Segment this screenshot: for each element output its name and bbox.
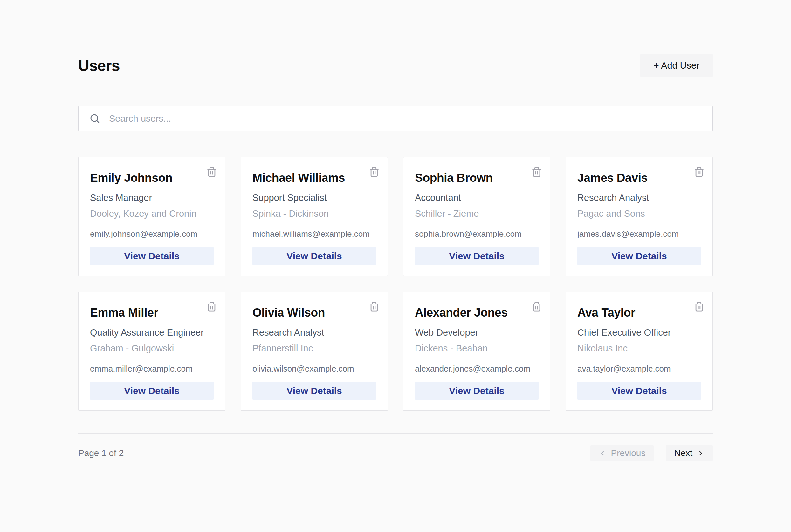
next-page-label: Next (674, 448, 693, 458)
search-input[interactable] (108, 113, 702, 124)
user-email: olivia.wilson@example.com (252, 364, 376, 374)
users-page: Users + Add User Emily Johnson Sales Man… (78, 0, 713, 461)
search-icon (89, 113, 100, 124)
user-name: Michael Williams (252, 171, 376, 185)
user-company: Dooley, Kozey and Cronin (90, 208, 214, 219)
trash-icon (206, 301, 217, 312)
add-user-button[interactable]: + Add User (640, 54, 713, 77)
user-company: Spinka - Dickinson (252, 208, 376, 219)
user-card: Sophia Brown Accountant Schiller - Zieme… (403, 157, 550, 276)
footer-divider (78, 434, 713, 434)
view-details-button[interactable]: View Details (90, 247, 214, 265)
user-role: Research Analyst (252, 327, 376, 338)
previous-page-button[interactable]: Previous (590, 445, 654, 461)
delete-user-button[interactable] (692, 165, 706, 179)
delete-user-button[interactable] (367, 300, 381, 314)
user-name: Ava Taylor (577, 306, 701, 319)
trash-icon (531, 301, 542, 312)
page-indicator: Page 1 of 2 (78, 448, 124, 458)
page-title: Users (78, 57, 120, 74)
user-email: emma.miller@example.com (90, 364, 214, 374)
delete-user-button[interactable] (367, 165, 381, 179)
user-card: Michael Williams Support Specialist Spin… (241, 157, 388, 276)
next-page-button[interactable]: Next (666, 445, 713, 461)
view-details-button[interactable]: View Details (252, 247, 376, 265)
user-email: ava.taylor@example.com (577, 364, 701, 374)
chevron-right-icon (697, 449, 704, 457)
delete-user-button[interactable] (205, 300, 219, 314)
delete-user-button[interactable] (530, 165, 544, 179)
user-email: sophia.brown@example.com (415, 229, 539, 239)
delete-user-button[interactable] (205, 165, 219, 179)
user-name: Emily Johnson (90, 171, 214, 185)
trash-icon (694, 301, 704, 312)
user-company: Pfannerstill Inc (252, 343, 376, 354)
trash-icon (694, 167, 704, 177)
user-card: Alexander Jones Web Developer Dickens - … (403, 292, 550, 411)
user-email: james.davis@example.com (577, 229, 701, 239)
user-role: Research Analyst (577, 192, 701, 203)
user-card-grid: Emily Johnson Sales Manager Dooley, Koze… (78, 157, 713, 411)
delete-user-button[interactable] (692, 300, 706, 314)
user-name: Alexander Jones (415, 306, 539, 319)
user-email: michael.williams@example.com (252, 229, 376, 239)
user-company: Graham - Gulgowski (90, 343, 214, 354)
previous-page-label: Previous (611, 448, 645, 458)
trash-icon (531, 167, 542, 177)
user-role: Quality Assurance Engineer (90, 327, 214, 338)
user-card: Emma Miller Quality Assurance Engineer G… (78, 292, 225, 411)
user-role: Web Developer (415, 327, 539, 338)
user-role: Sales Manager (90, 192, 214, 203)
user-card: Ava Taylor Chief Executive Officer Nikol… (566, 292, 713, 411)
pagination-bar: Page 1 of 2 Previous Next (78, 445, 713, 461)
user-card: James Davis Research Analyst Pagac and S… (566, 157, 713, 276)
user-card: Olivia Wilson Research Analyst Pfannerst… (241, 292, 388, 411)
trash-icon (206, 167, 217, 177)
user-company: Pagac and Sons (577, 208, 701, 219)
user-name: Emma Miller (90, 306, 214, 319)
trash-icon (369, 301, 380, 312)
pager-controls: Previous Next (590, 445, 713, 461)
view-details-button[interactable]: View Details (252, 382, 376, 400)
user-name: Sophia Brown (415, 171, 539, 185)
search-bar (78, 106, 713, 131)
user-card: Emily Johnson Sales Manager Dooley, Koze… (78, 157, 225, 276)
view-details-button[interactable]: View Details (415, 382, 539, 400)
user-name: Olivia Wilson (252, 306, 376, 319)
view-details-button[interactable]: View Details (577, 382, 701, 400)
user-role: Support Specialist (252, 192, 376, 203)
view-details-button[interactable]: View Details (90, 382, 214, 400)
user-role: Chief Executive Officer (577, 327, 701, 338)
view-details-button[interactable]: View Details (577, 247, 701, 265)
user-role: Accountant (415, 192, 539, 203)
view-details-button[interactable]: View Details (415, 247, 539, 265)
user-email: emily.johnson@example.com (90, 229, 214, 239)
user-email: alexander.jones@example.com (415, 364, 539, 374)
trash-icon (369, 167, 380, 177)
delete-user-button[interactable] (530, 300, 544, 314)
page-header: Users + Add User (78, 54, 713, 77)
user-company: Schiller - Zieme (415, 208, 539, 219)
user-name: James Davis (577, 171, 701, 185)
user-company: Dickens - Beahan (415, 343, 539, 354)
chevron-left-icon (599, 449, 606, 457)
user-company: Nikolaus Inc (577, 343, 701, 354)
